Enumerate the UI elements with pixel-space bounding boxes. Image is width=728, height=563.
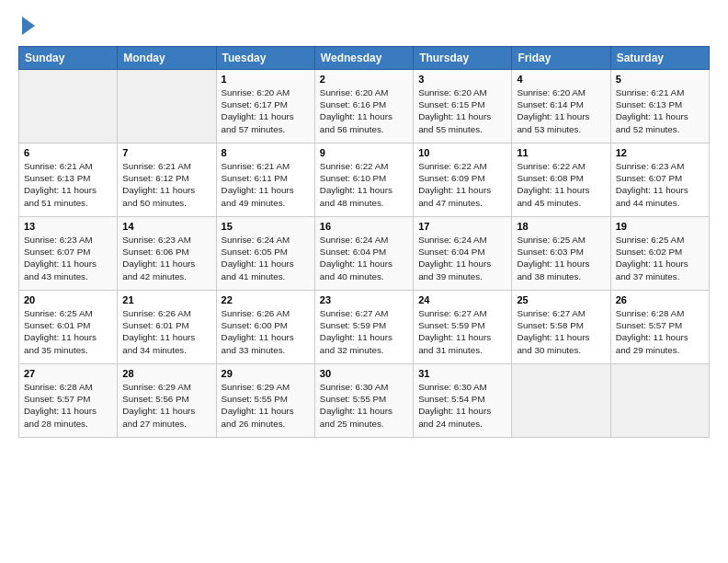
day-cell: 21Sunrise: 6:26 AM Sunset: 6:01 PM Dayli… xyxy=(118,291,216,364)
day-cell: 13Sunrise: 6:23 AM Sunset: 6:07 PM Dayli… xyxy=(19,217,118,291)
day-cell: 30Sunrise: 6:30 AM Sunset: 5:55 PM Dayli… xyxy=(314,364,413,438)
day-info: Sunrise: 6:23 AM Sunset: 6:06 PM Dayligh… xyxy=(122,234,210,282)
day-cell: 7Sunrise: 6:21 AM Sunset: 6:12 PM Daylig… xyxy=(118,144,216,217)
day-cell xyxy=(610,364,709,438)
day-info: Sunrise: 6:24 AM Sunset: 6:04 PM Dayligh… xyxy=(320,234,408,282)
week-row-3: 13Sunrise: 6:23 AM Sunset: 6:07 PM Dayli… xyxy=(19,217,710,291)
day-info: Sunrise: 6:21 AM Sunset: 6:13 PM Dayligh… xyxy=(24,160,112,209)
week-row-2: 6Sunrise: 6:21 AM Sunset: 6:13 PM Daylig… xyxy=(19,144,710,217)
day-cell: 16Sunrise: 6:24 AM Sunset: 6:04 PM Dayli… xyxy=(314,217,413,291)
day-number: 9 xyxy=(320,147,408,158)
day-cell: 25Sunrise: 6:27 AM Sunset: 5:58 PM Dayli… xyxy=(512,291,610,364)
day-cell: 4Sunrise: 6:20 AM Sunset: 6:14 PM Daylig… xyxy=(512,70,610,144)
day-number: 27 xyxy=(24,368,112,379)
day-info: Sunrise: 6:22 AM Sunset: 6:08 PM Dayligh… xyxy=(517,160,605,209)
day-cell: 5Sunrise: 6:21 AM Sunset: 6:13 PM Daylig… xyxy=(610,70,709,144)
day-info: Sunrise: 6:23 AM Sunset: 6:07 PM Dayligh… xyxy=(24,234,112,282)
day-number: 18 xyxy=(517,221,605,232)
day-info: Sunrise: 6:26 AM Sunset: 6:00 PM Dayligh… xyxy=(222,307,310,356)
day-number: 3 xyxy=(418,74,506,85)
weekday-header-tuesday: Tuesday xyxy=(216,47,314,70)
page: SundayMondayTuesdayWednesdayThursdayFrid… xyxy=(0,0,728,563)
day-info: Sunrise: 6:25 AM Sunset: 6:01 PM Dayligh… xyxy=(24,307,112,356)
day-info: Sunrise: 6:30 AM Sunset: 5:55 PM Dayligh… xyxy=(320,381,408,430)
day-cell: 26Sunrise: 6:28 AM Sunset: 5:57 PM Dayli… xyxy=(610,291,709,364)
day-number: 7 xyxy=(122,147,210,158)
day-cell xyxy=(19,70,118,144)
week-row-4: 20Sunrise: 6:25 AM Sunset: 6:01 PM Dayli… xyxy=(19,291,710,364)
day-cell: 23Sunrise: 6:27 AM Sunset: 5:59 PM Dayli… xyxy=(314,291,413,364)
day-number: 19 xyxy=(616,221,704,232)
day-number: 17 xyxy=(418,221,506,232)
weekday-header-wednesday: Wednesday xyxy=(314,47,413,70)
weekday-header-sunday: Sunday xyxy=(19,47,118,70)
day-number: 8 xyxy=(222,147,310,158)
day-cell: 14Sunrise: 6:23 AM Sunset: 6:06 PM Dayli… xyxy=(118,217,216,291)
day-cell: 2Sunrise: 6:20 AM Sunset: 6:16 PM Daylig… xyxy=(314,70,413,144)
day-number: 14 xyxy=(122,221,210,232)
day-cell: 28Sunrise: 6:29 AM Sunset: 5:56 PM Dayli… xyxy=(118,364,216,438)
logo xyxy=(18,15,35,35)
day-cell: 10Sunrise: 6:22 AM Sunset: 6:09 PM Dayli… xyxy=(414,144,512,217)
week-row-1: 1Sunrise: 6:20 AM Sunset: 6:17 PM Daylig… xyxy=(19,70,710,144)
day-cell: 27Sunrise: 6:28 AM Sunset: 5:57 PM Dayli… xyxy=(19,364,118,438)
day-number: 12 xyxy=(616,147,704,158)
day-info: Sunrise: 6:27 AM Sunset: 5:59 PM Dayligh… xyxy=(418,307,506,356)
day-number: 15 xyxy=(222,221,310,232)
day-number: 16 xyxy=(320,221,408,232)
day-number: 1 xyxy=(222,74,310,85)
day-info: Sunrise: 6:27 AM Sunset: 5:58 PM Dayligh… xyxy=(517,307,605,356)
weekday-header-row: SundayMondayTuesdayWednesdayThursdayFrid… xyxy=(19,47,710,70)
day-cell: 22Sunrise: 6:26 AM Sunset: 6:00 PM Dayli… xyxy=(216,291,314,364)
day-info: Sunrise: 6:21 AM Sunset: 6:13 PM Dayligh… xyxy=(616,86,704,135)
day-cell: 19Sunrise: 6:25 AM Sunset: 6:02 PM Dayli… xyxy=(610,217,709,291)
day-info: Sunrise: 6:21 AM Sunset: 6:11 PM Dayligh… xyxy=(222,160,310,209)
day-number: 26 xyxy=(616,294,704,305)
day-number: 13 xyxy=(24,221,112,232)
day-cell: 20Sunrise: 6:25 AM Sunset: 6:01 PM Dayli… xyxy=(19,291,118,364)
day-number: 29 xyxy=(222,368,310,379)
day-number: 23 xyxy=(320,294,408,305)
day-number: 10 xyxy=(418,147,506,158)
day-info: Sunrise: 6:20 AM Sunset: 6:14 PM Dayligh… xyxy=(517,86,605,135)
day-cell: 29Sunrise: 6:29 AM Sunset: 5:55 PM Dayli… xyxy=(216,364,314,438)
day-info: Sunrise: 6:29 AM Sunset: 5:56 PM Dayligh… xyxy=(122,381,210,430)
day-cell: 18Sunrise: 6:25 AM Sunset: 6:03 PM Dayli… xyxy=(512,217,610,291)
day-cell: 31Sunrise: 6:30 AM Sunset: 5:54 PM Dayli… xyxy=(414,364,512,438)
day-cell xyxy=(118,70,216,144)
day-info: Sunrise: 6:25 AM Sunset: 6:03 PM Dayligh… xyxy=(517,234,605,282)
calendar-table: SundayMondayTuesdayWednesdayThursdayFrid… xyxy=(18,46,710,438)
weekday-header-saturday: Saturday xyxy=(610,47,709,70)
day-info: Sunrise: 6:28 AM Sunset: 5:57 PM Dayligh… xyxy=(24,381,112,430)
day-info: Sunrise: 6:20 AM Sunset: 6:15 PM Dayligh… xyxy=(418,86,506,135)
weekday-header-friday: Friday xyxy=(512,47,610,70)
day-number: 6 xyxy=(24,147,112,158)
day-info: Sunrise: 6:20 AM Sunset: 6:17 PM Dayligh… xyxy=(222,86,310,135)
day-info: Sunrise: 6:25 AM Sunset: 6:02 PM Dayligh… xyxy=(616,234,704,282)
logo-arrow-icon xyxy=(22,17,35,35)
day-number: 5 xyxy=(616,74,704,85)
day-info: Sunrise: 6:24 AM Sunset: 6:05 PM Dayligh… xyxy=(222,234,310,282)
day-number: 30 xyxy=(320,368,408,379)
day-cell: 12Sunrise: 6:23 AM Sunset: 6:07 PM Dayli… xyxy=(610,144,709,217)
day-number: 20 xyxy=(24,294,112,305)
day-cell: 6Sunrise: 6:21 AM Sunset: 6:13 PM Daylig… xyxy=(19,144,118,217)
day-info: Sunrise: 6:29 AM Sunset: 5:55 PM Dayligh… xyxy=(222,381,310,430)
day-number: 2 xyxy=(320,74,408,85)
day-cell: 9Sunrise: 6:22 AM Sunset: 6:10 PM Daylig… xyxy=(314,144,413,217)
day-number: 22 xyxy=(222,294,310,305)
day-cell: 24Sunrise: 6:27 AM Sunset: 5:59 PM Dayli… xyxy=(414,291,512,364)
day-info: Sunrise: 6:20 AM Sunset: 6:16 PM Dayligh… xyxy=(320,86,408,135)
day-cell: 3Sunrise: 6:20 AM Sunset: 6:15 PM Daylig… xyxy=(414,70,512,144)
day-info: Sunrise: 6:23 AM Sunset: 6:07 PM Dayligh… xyxy=(616,160,704,209)
day-info: Sunrise: 6:26 AM Sunset: 6:01 PM Dayligh… xyxy=(122,307,210,356)
day-cell: 17Sunrise: 6:24 AM Sunset: 6:04 PM Dayli… xyxy=(414,217,512,291)
day-cell: 15Sunrise: 6:24 AM Sunset: 6:05 PM Dayli… xyxy=(216,217,314,291)
weekday-header-monday: Monday xyxy=(118,47,216,70)
day-number: 31 xyxy=(418,368,506,379)
week-row-5: 27Sunrise: 6:28 AM Sunset: 5:57 PM Dayli… xyxy=(19,364,710,438)
day-number: 11 xyxy=(517,147,605,158)
day-info: Sunrise: 6:21 AM Sunset: 6:12 PM Dayligh… xyxy=(122,160,210,209)
day-cell: 8Sunrise: 6:21 AM Sunset: 6:11 PM Daylig… xyxy=(216,144,314,217)
day-number: 4 xyxy=(517,74,605,85)
